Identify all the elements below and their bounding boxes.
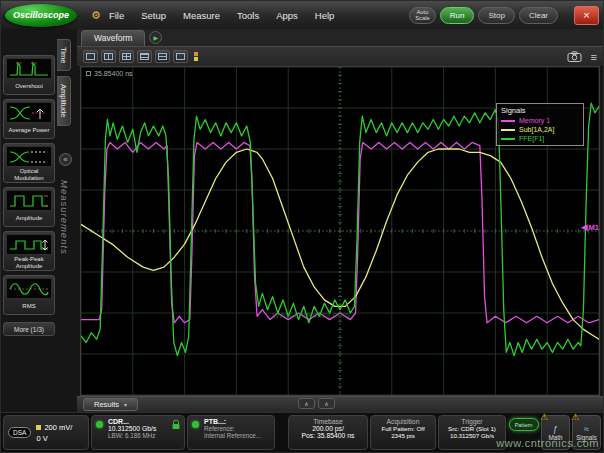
tab-results[interactable]: Results ▾ <box>83 398 138 411</box>
signals-legend[interactable]: Signals Memory 1 Sub[1A,2A] FFE[F1] <box>496 103 584 146</box>
expand-results-button[interactable]: ∧ <box>298 398 315 409</box>
sidebar-collapse-button[interactable]: « <box>59 153 72 166</box>
measurement-label: Peak-Peak Amplitude <box>6 256 52 269</box>
trigger-rate: 10.312507 Gb/s <box>443 432 501 439</box>
acquisition-points: 2345 pts <box>375 432 431 439</box>
sidebar-item-optical-modulation[interactable]: Optical Modulation <box>3 143 55 183</box>
camera-icon <box>567 51 582 62</box>
dsa-badge: DSA <box>8 427 31 438</box>
legend-label: Memory 1 <box>519 117 550 124</box>
stop-button[interactable]: Stop <box>478 7 514 24</box>
hsplit-view-button[interactable] <box>155 50 170 63</box>
channel-panel[interactable]: DSA 200 mV/ 0 V <box>3 415 89 450</box>
lock-icon <box>171 419 181 430</box>
marker-m1[interactable]: ◀ M1 <box>581 223 599 232</box>
waveform-tabbar: Waveform ▶ <box>77 29 603 47</box>
statusbar-spacer <box>277 415 286 450</box>
sidebar-item-overshoot[interactable]: Overshoot <box>3 55 55 95</box>
menu-bar: File Setup Measure Tools Apps Help <box>109 10 335 21</box>
camera-button[interactable] <box>567 51 582 62</box>
optical-modulation-icon <box>6 146 52 167</box>
yellow-indicator-dot <box>194 57 198 61</box>
gear-icon[interactable]: ⚙ <box>91 9 101 22</box>
tile-view-button[interactable] <box>173 50 188 63</box>
legend-label: Sub[1A,2A] <box>519 126 554 133</box>
chevron-up-icon: ∧ <box>304 400 308 407</box>
acquisition-title: Acquisition <box>375 418 431 425</box>
split-view-icon <box>104 53 113 60</box>
trigger-title: Trigger <box>443 418 501 425</box>
app-logo: Oscilloscope <box>5 4 77 27</box>
average-power-icon <box>6 102 52 123</box>
rms-icon <box>6 278 52 299</box>
legend-item-sub: Sub[1A,2A] <box>501 125 579 134</box>
more-measurements-button[interactable]: More (1/3) <box>3 322 55 336</box>
sidebar-item-amplitude[interactable]: Amplitude <box>3 187 55 227</box>
watermark-grid: www.cntronics.com <box>273 310 350 320</box>
tab-time[interactable]: Time <box>57 39 71 71</box>
waveform-play-button[interactable]: ▶ <box>149 31 162 44</box>
ptb-status-icon <box>192 421 199 428</box>
sidebar-item-rms[interactable]: RMS <box>3 275 55 315</box>
quad-view-button[interactable] <box>119 50 134 63</box>
timebase-title: Timebase <box>293 418 363 425</box>
legend-swatch <box>501 120 515 122</box>
signals-icon: ≈ <box>584 424 589 434</box>
run-button[interactable]: Run <box>440 7 475 24</box>
menu-setup[interactable]: Setup <box>141 10 166 21</box>
hamburger-icon: ≡ <box>591 51 597 63</box>
close-icon: × <box>583 9 589 21</box>
timebase-panel[interactable]: Timebase 200.00 ps/ Pos: 35.85400 ns <box>288 415 368 450</box>
results-tab-label: Results <box>94 400 119 409</box>
legend-item-memory1: Memory 1 <box>501 116 579 125</box>
peak-peak-amplitude-icon <box>6 234 52 255</box>
amplitude-icon <box>6 190 52 211</box>
single-view-icon <box>86 53 95 60</box>
marker-triangle-icon: ◀ <box>581 223 588 232</box>
menu-measure[interactable]: Measure <box>183 10 220 21</box>
clear-button[interactable]: Clear <box>519 7 558 24</box>
menu-tools[interactable]: Tools <box>237 10 259 21</box>
timestamp-value: 35.85400 ns <box>94 70 133 77</box>
menu-help[interactable]: Help <box>315 10 335 21</box>
menu-apps[interactable]: Apps <box>276 10 298 21</box>
timebase-scale: 200.00 ps/ <box>293 425 363 432</box>
measurement-label: Amplitude <box>16 212 43 225</box>
channel-scale: 200 mV/ <box>44 423 72 432</box>
tab-waveform[interactable]: Waveform <box>81 30 145 46</box>
acquisition-panel[interactable]: Acquisition Full Pattern: Off 2345 pts <box>370 415 436 450</box>
legend-title: Signals <box>501 106 579 115</box>
overshoot-icon <box>6 58 52 79</box>
split-view-button[interactable] <box>101 50 116 63</box>
sidebar-item-peak-peak-amplitude[interactable]: Peak-Peak Amplitude <box>3 231 55 271</box>
top-controls: Auto Scale Run Stop Clear × <box>409 6 599 25</box>
chevron-up-icon: ∧ <box>324 400 328 407</box>
panel-expand-controls: ∧ ∧ <box>298 398 335 409</box>
menu-file[interactable]: File <box>109 10 124 21</box>
watermark-bottom: www.cntronics.com <box>496 437 599 449</box>
position-marker-icon <box>86 71 91 76</box>
close-button[interactable]: × <box>574 6 599 25</box>
measurement-label: Average Power <box>9 124 50 137</box>
auto-scale-button[interactable]: Auto Scale <box>409 7 436 24</box>
ptb-panel[interactable]: PTB...: Reference: Internal Reference... <box>187 415 275 450</box>
tab-amplitude[interactable]: Amplitude <box>57 76 71 125</box>
pattern-button[interactable]: Pattern <box>509 418 539 431</box>
measurement-buttons: Overshoot Average Power Optical Modulati… <box>1 29 57 412</box>
warning-icon: ⚠ <box>571 412 579 422</box>
stacked-view-icon <box>140 53 149 60</box>
legend-swatch <box>501 129 515 131</box>
waveform-toolbar: ≡ <box>77 47 603 66</box>
main-region: Overshoot Average Power Optical Modulati… <box>1 29 603 412</box>
stacked-view-button[interactable] <box>137 50 152 63</box>
single-view-button[interactable] <box>83 50 98 63</box>
sidebar-item-average-power[interactable]: Average Power <box>3 99 55 139</box>
legend-label: FFE[F1] <box>519 135 544 142</box>
measurements-panel-label: Measurements <box>59 180 70 255</box>
expand-results-button-2[interactable]: ∧ <box>318 398 335 409</box>
warning-icon: ⚠ <box>540 412 548 422</box>
panel-menu-button[interactable]: ≡ <box>591 52 597 62</box>
measurements-sidebar: Overshoot Average Power Optical Modulati… <box>1 29 77 412</box>
waveform-display[interactable]: 35.85400 ns Signals Memory 1 Sub[1A,2A] … <box>80 66 600 396</box>
cdr-panel[interactable]: CDR... 10.312500 Gb/s LBW: 6.186 MHz <box>91 415 185 450</box>
